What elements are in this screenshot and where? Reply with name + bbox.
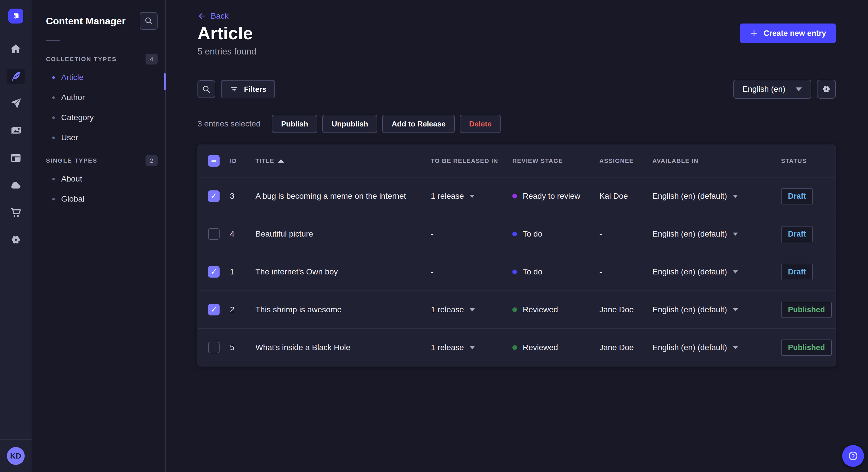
home-icon[interactable] (7, 42, 25, 57)
releases-icon[interactable] (7, 96, 25, 111)
stage-dot (513, 345, 517, 350)
plus-icon (750, 29, 758, 38)
table-row[interactable]: ✓ 1 The internet's Own boy - To do - Eng… (198, 252, 836, 291)
table-row[interactable]: ✓ 3 A bug is becoming a meme on the inte… (198, 177, 836, 215)
locale-caret-icon (733, 346, 738, 349)
filters-button[interactable]: Filters (221, 80, 275, 98)
cell-review-stage: To do (513, 229, 599, 239)
cell-available-in[interactable]: English (en) (default) (652, 229, 781, 239)
col-header-title[interactable]: TITLE (255, 158, 431, 164)
subnav-divider (46, 40, 60, 41)
col-header-id[interactable]: ID (230, 158, 255, 164)
bullet-icon (52, 76, 55, 79)
page-title: Article (197, 24, 253, 43)
cell-review-stage: To do (513, 267, 599, 276)
col-header-status[interactable]: STATUS (781, 158, 825, 164)
cell-release[interactable]: 1 release (431, 192, 513, 201)
single-types-list: About Global (46, 169, 158, 209)
cell-release[interactable]: 1 release (431, 305, 513, 314)
gear-icon (821, 84, 832, 94)
locale-select[interactable]: English (en) (733, 80, 811, 99)
cell-title: This shrimp is awesome (255, 305, 431, 314)
question-mark-icon: ? (847, 450, 859, 462)
status-badge: Published (781, 339, 832, 356)
release-caret-icon (470, 195, 475, 198)
cloud-icon[interactable] (7, 178, 25, 193)
stage-dot (513, 194, 517, 198)
cell-id: 1 (230, 267, 255, 276)
content-builder-icon[interactable] (7, 150, 25, 165)
user-avatar[interactable]: KD (7, 447, 25, 465)
row-checkbox[interactable]: ✓ (208, 266, 220, 278)
nav-item-label: Author (61, 93, 85, 102)
cell-review-stage: Reviewed (513, 343, 599, 352)
select-all-checkbox[interactable] (208, 155, 220, 167)
delete-button[interactable]: Delete (460, 115, 501, 133)
sidebar-nav-item[interactable]: Article (46, 67, 158, 88)
locale-caret-icon (733, 308, 738, 311)
col-header-review-stage[interactable]: REVIEW STAGE (513, 158, 599, 164)
table-row[interactable]: ✓ 4 Beautiful picture - To do - English … (198, 215, 836, 252)
cell-assignee: - (599, 267, 652, 276)
single-types-label: SINGLE TYPES (46, 157, 97, 164)
cell-available-in[interactable]: English (en) (default) (652, 192, 781, 201)
main-nav-rail: KD (0, 0, 32, 472)
back-arrow-icon (197, 11, 207, 21)
sidebar-nav-item[interactable]: Category (46, 107, 158, 128)
table-row[interactable]: ✓ 2 This shrimp is awesome 1 release Rev… (198, 291, 836, 328)
cell-release[interactable]: - (431, 267, 513, 276)
release-caret-icon (470, 308, 475, 311)
stage-dot (513, 270, 517, 274)
row-checkbox[interactable]: ✓ (208, 342, 220, 353)
sidebar-nav-item[interactable]: About (46, 169, 158, 189)
settings-icon[interactable] (7, 232, 25, 247)
col-header-assignee[interactable]: ASSIGNEE (599, 158, 652, 164)
status-badge: Draft (781, 226, 813, 242)
release-caret-icon (470, 346, 475, 349)
cell-available-in[interactable]: English (en) (default) (652, 267, 781, 276)
media-library-icon[interactable] (7, 123, 25, 138)
cell-release[interactable]: - (431, 229, 513, 239)
content-manager-icon[interactable] (7, 69, 25, 84)
cell-release[interactable]: 1 release (431, 343, 513, 352)
cell-review-stage: Reviewed (513, 305, 599, 314)
table-row[interactable]: ✓ 5 What's inside a Black Hole 1 release… (198, 328, 836, 366)
strapi-logo[interactable] (8, 9, 23, 24)
sidebar-nav-item[interactable]: User (46, 128, 158, 148)
bullet-icon (52, 198, 55, 200)
cell-available-in[interactable]: English (en) (default) (652, 343, 781, 352)
col-header-available-in[interactable]: AVAILABLE IN (652, 158, 781, 164)
row-checkbox[interactable]: ✓ (208, 191, 220, 202)
row-checkbox[interactable]: ✓ (208, 228, 220, 240)
subnav-title: Content Manager (46, 15, 126, 27)
check-icon: ✓ (210, 268, 217, 276)
table-header-row: ID TITLE TO BE RELEASED IN REVIEW STAGE … (198, 145, 836, 177)
cell-assignee: Jane Doe (599, 305, 652, 314)
indeterminate-mark (211, 160, 216, 162)
sidebar-nav-item[interactable]: Global (46, 189, 158, 209)
unpublish-button[interactable]: Unpublish (322, 115, 377, 133)
cell-available-in[interactable]: English (en) (default) (652, 305, 781, 314)
sidebar-nav-item[interactable]: Author (46, 88, 158, 107)
cell-review-stage: Ready to review (513, 192, 599, 201)
cell-assignee: Kai Doe (599, 192, 652, 201)
rail-footer: KD (0, 439, 32, 472)
list-search-button[interactable] (197, 80, 215, 98)
marketplace-icon[interactable] (7, 205, 25, 220)
locale-caret-icon (733, 270, 738, 274)
view-settings-button[interactable] (817, 80, 836, 99)
create-new-entry-button[interactable]: Create new entry (740, 24, 836, 43)
help-button[interactable]: ? (842, 445, 864, 467)
subnav-search-button[interactable] (140, 12, 158, 30)
bullet-icon (52, 136, 55, 139)
filter-icon (229, 85, 239, 94)
collection-types-label: COLLECTION TYPES (46, 56, 117, 63)
col-header-release[interactable]: TO BE RELEASED IN (431, 158, 513, 164)
row-checkbox[interactable]: ✓ (208, 304, 220, 315)
cell-title: What's inside a Black Hole (255, 343, 431, 352)
stage-dot (513, 232, 517, 236)
add-to-release-button[interactable]: Add to Release (382, 115, 455, 133)
publish-button[interactable]: Publish (272, 115, 317, 133)
search-icon (201, 84, 212, 94)
back-link[interactable]: Back (197, 11, 228, 21)
